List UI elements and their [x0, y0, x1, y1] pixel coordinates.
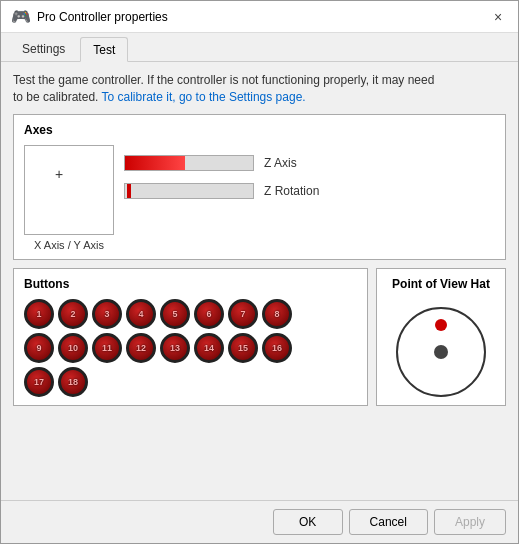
button-18: 18: [58, 367, 88, 397]
pov-label: Point of View Hat: [392, 277, 490, 291]
joystick-label: X Axis / Y Axis: [24, 239, 114, 251]
button-9: 9: [24, 333, 54, 363]
button-11: 11: [92, 333, 122, 363]
description-text: Test the game controller. If the control…: [13, 72, 506, 106]
buttons-row-3: 17 18: [24, 367, 357, 397]
tab-test[interactable]: Test: [80, 37, 128, 62]
z-axis-bar: [124, 155, 254, 171]
pov-circle: [396, 307, 486, 397]
apply-button[interactable]: Apply: [434, 509, 506, 535]
axes-content: + X Axis / Y Axis Z Axis: [24, 145, 495, 251]
axes-section: Axes + X Axis / Y Axis Z Axis: [13, 114, 506, 260]
z-axis-label: Z Axis: [264, 156, 297, 170]
button-17: 17: [24, 367, 54, 397]
buttons-row-1: 1 2 3 4 5 6 7 8: [24, 299, 357, 329]
button-15: 15: [228, 333, 258, 363]
axes-right: Z Axis Z Rotation: [124, 145, 495, 251]
buttons-section: Buttons 1 2 3 4 5 6 7 8 9: [13, 268, 368, 406]
button-13: 13: [160, 333, 190, 363]
button-16: 16: [262, 333, 292, 363]
close-button[interactable]: ×: [488, 7, 508, 27]
button-3: 3: [92, 299, 122, 329]
button-4: 4: [126, 299, 156, 329]
window: 🎮 Pro Controller properties × Settings T…: [0, 0, 519, 544]
buttons-grid: 1 2 3 4 5 6 7 8 9 10 11 12: [24, 299, 357, 397]
button-1: 1: [24, 299, 54, 329]
z-axis-row: Z Axis: [124, 155, 495, 171]
button-2: 2: [58, 299, 88, 329]
button-5: 5: [160, 299, 190, 329]
buttons-pov-row: Buttons 1 2 3 4 5 6 7 8 9: [13, 268, 506, 406]
button-8: 8: [262, 299, 292, 329]
joystick-crosshair: +: [55, 166, 63, 182]
joystick-area: + X Axis / Y Axis: [24, 145, 114, 251]
axes-label: Axes: [24, 123, 495, 137]
title-bar-left: 🎮 Pro Controller properties: [11, 7, 168, 26]
footer: OK Cancel Apply: [1, 500, 518, 543]
pov-indicator-dot: [435, 319, 447, 331]
title-bar: 🎮 Pro Controller properties ×: [1, 1, 518, 33]
joystick-box: +: [24, 145, 114, 235]
window-title: Pro Controller properties: [37, 10, 168, 24]
button-10: 10: [58, 333, 88, 363]
button-7: 7: [228, 299, 258, 329]
tab-settings[interactable]: Settings: [9, 37, 78, 61]
z-axis-fill: [125, 156, 185, 170]
pov-center-dot: [434, 345, 448, 359]
calibrate-link[interactable]: To calibrate it, go to the Settings page…: [102, 90, 306, 104]
button-6: 6: [194, 299, 224, 329]
content-area: Test the game controller. If the control…: [1, 62, 518, 500]
z-rotation-bar: [124, 183, 254, 199]
z-rotation-row: Z Rotation: [124, 183, 495, 199]
cancel-button[interactable]: Cancel: [349, 509, 428, 535]
z-rotation-fill: [127, 184, 131, 198]
z-rotation-label: Z Rotation: [264, 184, 319, 198]
button-14: 14: [194, 333, 224, 363]
buttons-label: Buttons: [24, 277, 357, 291]
app-icon: 🎮: [11, 7, 31, 26]
pov-section: Point of View Hat: [376, 268, 506, 406]
button-12: 12: [126, 333, 156, 363]
ok-button[interactable]: OK: [273, 509, 343, 535]
tab-bar: Settings Test: [1, 33, 518, 62]
buttons-row-2: 9 10 11 12 13 14 15 16: [24, 333, 357, 363]
